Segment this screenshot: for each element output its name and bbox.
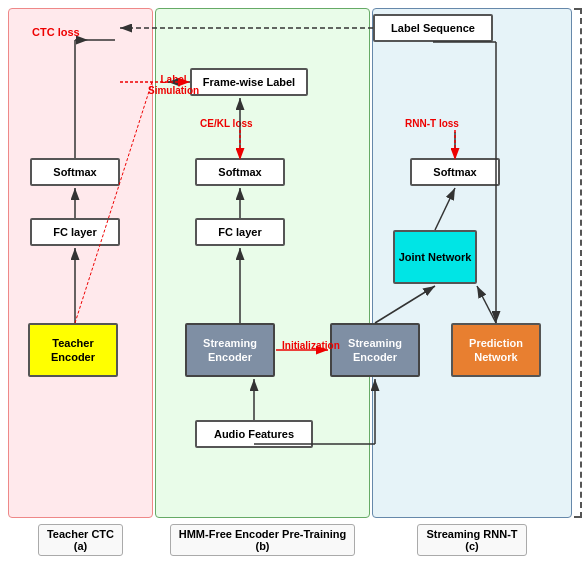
initialization-label: Initialization: [282, 340, 340, 351]
hmm-pretrain-label: HMM-Free Encoder Pre-Training (b): [155, 524, 370, 556]
label-sequence-box: Label Sequence: [373, 14, 493, 42]
softmax-1-box: Softmax: [30, 158, 120, 186]
streaming-rnnt-label: Streaming RNN-T (c): [372, 524, 572, 556]
joint-network-box: Joint Network: [393, 230, 477, 284]
softmax-3-box: Softmax: [410, 158, 500, 186]
streaming-encoder-1-box: Streaming Encoder: [185, 323, 275, 377]
fc-layer-2-box: FC layer: [195, 218, 285, 246]
streaming-encoder-2-box: Streaming Encoder: [330, 323, 420, 377]
ce-kl-loss-label: CE/KL loss: [200, 118, 253, 129]
fc-layer-1-box: FC layer: [30, 218, 120, 246]
frame-wise-label-box: Frame-wise Label: [190, 68, 308, 96]
main-container: Label Sequence Frame-wise Label Softmax …: [0, 0, 582, 562]
softmax-2-box: Softmax: [195, 158, 285, 186]
rnn-t-loss-label: RNN-T loss: [405, 118, 459, 129]
prediction-network-box: Prediction Network: [451, 323, 541, 377]
dashed-right-border: [574, 8, 582, 518]
audio-features-box: Audio Features: [195, 420, 313, 448]
teacher-encoder-box: Teacher Encoder: [28, 323, 118, 377]
teacher-ctc-label: Teacher CTC (a): [8, 524, 153, 556]
region-teacher: [8, 8, 153, 518]
ctc-loss-label: CTC loss: [32, 26, 80, 38]
label-simulation-label: LabelSimulation: [148, 74, 199, 96]
